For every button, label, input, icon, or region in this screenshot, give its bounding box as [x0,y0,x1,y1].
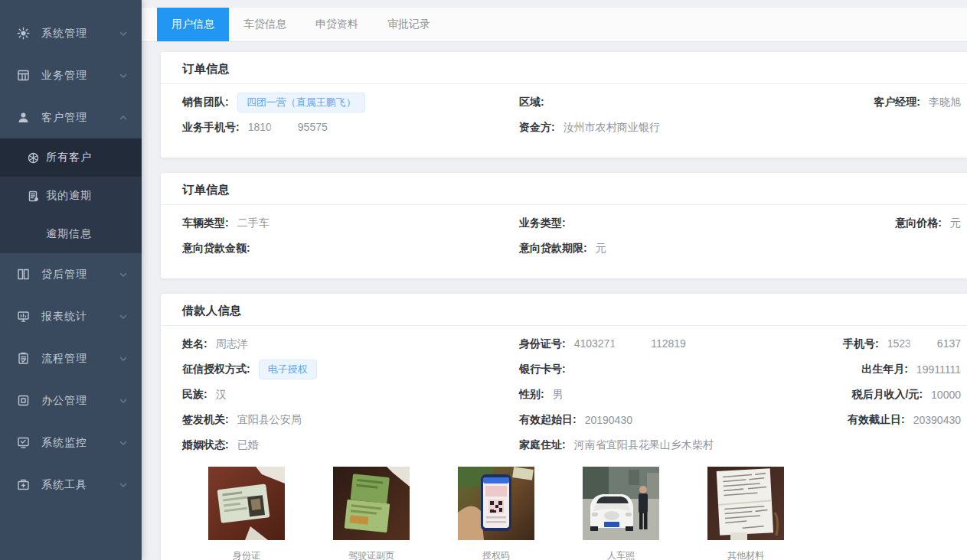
field-label: 签发机关: [182,413,229,427]
bank-card-field: 银行卡号: [519,363,824,376]
field-label: 身份证号: [519,337,566,351]
business-type-field: 业务类型: [519,217,824,230]
field-value: 元 [950,217,961,230]
chevron-down-icon [119,396,128,405]
tab-approval-records[interactable]: 审批记录 [373,8,445,41]
customer-management-submenu: 所有客户 我的逾期 逾期信息 [0,138,142,253]
wheel-icon [28,152,39,164]
tab-car-loan-info[interactable]: 车贷信息 [229,8,301,41]
field-label: 资金方: [519,121,555,135]
sidebar-item-business-management[interactable]: 业务管理 [0,54,142,96]
sales-team-field: 销售团队: 四团一营（直属王鹏飞） [182,93,519,112]
chevron-down-icon [119,354,128,363]
region-field: 区域: [519,96,824,109]
chevron-down-icon [119,312,128,321]
valid-to-field: 有效截止日: 20390430 [824,413,961,427]
credit-auth-tag: 电子授权 [259,360,317,379]
field-value: 男 [553,388,564,402]
sidebar-item-process-management[interactable]: 流程管理 [0,337,142,379]
sidebar-item-label: 业务管理 [41,69,119,83]
sidebar-item-label: 逾期信息 [46,227,92,241]
business-phone-field: 业务手机号: 181095575 [182,121,519,135]
field-label: 手机号: [843,337,879,351]
field-label: 区域: [519,96,544,109]
name-field: 姓名: 周志洋 [182,337,519,351]
field-label: 银行卡号: [519,363,566,376]
sidebar-item-postloan-management[interactable]: 贷后管理 [0,253,142,295]
photo-caption: 身份证 [208,549,285,560]
field-value: 20190430 [585,414,632,426]
sidebar-item-label: 办公管理 [41,394,119,408]
field-label: 性别: [519,388,544,402]
vehicle-type-field: 车辆类型: 二手车 [182,217,519,230]
tab-user-info[interactable]: 用户信息 [157,8,229,41]
sidebar-item-label: 客户管理 [41,111,119,125]
chevron-down-icon [119,270,128,279]
field-value: 4103271112819 [574,337,686,350]
toolbox-icon [17,478,30,491]
sidebar-item-report-statistics[interactable]: 报表统计 [0,295,142,337]
user-icon [17,111,30,124]
field-label: 有效截止日: [848,413,905,427]
field-value: 二手车 [237,217,270,230]
field-value: 汉 [216,388,227,402]
grid-icon [17,69,30,82]
photo-block: 其他材料 [707,467,784,560]
sidebar-item-office-management[interactable]: 办公管理 [0,379,142,422]
id-card-photo[interactable] [208,467,285,540]
field-value: 已婚 [237,438,259,452]
field-label: 婚姻状态: [182,438,229,452]
redaction-blur [616,339,650,350]
sidebar-item-customer-management[interactable]: 客户管理 [0,96,142,138]
field-label: 意向贷款金额: [182,242,250,256]
sales-team-tag: 四团一营（直属王鹏飞） [237,93,365,112]
field-label: 客户经理: [874,96,920,109]
issuing-authority-field: 签发机关: 宜阳县公安局 [182,413,519,427]
photo-block: 授权码 [458,467,534,560]
photo-caption: 驾驶证副页 [333,549,410,560]
top-strip [142,0,967,8]
person-car-photo[interactable] [583,467,659,540]
detail-tabbar: 用户信息 车贷信息 申贷资料 审批记录 [142,8,967,42]
redaction-blur [912,339,936,350]
sidebar-item-all-customers[interactable]: 所有客户 [0,138,142,177]
document-icon [28,190,39,202]
field-label: 姓名: [182,337,207,351]
photo-caption: 人车照 [583,549,659,560]
sidebar-item-label: 报表统计 [41,310,119,324]
photo-caption: 授权码 [458,549,534,560]
sidebar-item-label: 系统管理 [41,27,119,41]
id-number-field: 身份证号: 4103271112819 [519,337,824,351]
sidebar-item-system-management[interactable]: 系统管理 [0,12,142,54]
field-label: 税后月收入/元: [852,388,923,402]
phone-qr-photo[interactable] [458,467,534,540]
home-address-field: 家庭住址: 河南省宜阳县花果山乡木柴村 [519,438,824,452]
chevron-down-icon [119,480,128,490]
sidebar-item-system-monitoring[interactable]: 系统监控 [0,422,142,464]
chevron-up-icon [119,113,128,122]
field-label: 销售团队: [182,96,229,109]
sidebar-item-my-overdue[interactable]: 我的逾期 [0,177,142,215]
field-label: 业务类型: [519,217,566,230]
handwritten-doc-photo[interactable] [707,467,784,540]
license-booklet-photo[interactable] [333,467,410,540]
order-info-card-1: 订单信息 销售团队: 四团一营（直属王鹏飞） 区域: 客户经理: 李晓旭 [161,52,967,158]
photo-block: 身份证 [208,467,285,560]
tab-content: 订单信息 销售团队: 四团一营（直属王鹏飞） 区域: 客户经理: 李晓旭 [142,42,967,560]
field-value: 15236137 [887,337,961,350]
book-icon [17,268,30,281]
tab-loan-application-docs[interactable]: 申贷资料 [301,8,373,41]
sidebar-item-label: 系统监控 [41,436,119,450]
redaction-blur [273,122,297,134]
sidebar-item-label: 流程管理 [41,352,119,366]
order-info-card-2: 订单信息 车辆类型: 二手车 业务类型: 意向价格: 元 [161,173,967,278]
field-value: 周志洋 [216,337,248,351]
chevron-down-icon [119,29,128,38]
sidebar-item-system-tools[interactable]: 系统工具 [0,464,142,506]
field-label: 车辆类型: [182,217,229,230]
field-value: 19911111 [916,363,961,376]
sidebar-item-label: 我的逾期 [46,189,92,203]
sidebar-item-overdue-info[interactable]: 逾期信息 [0,215,142,253]
document-photo-row: 身份证 [182,457,961,560]
main-content: 用户信息 车贷信息 申贷资料 审批记录 订单信息 销售团队: 四团一营（直属王鹏… [142,0,967,560]
